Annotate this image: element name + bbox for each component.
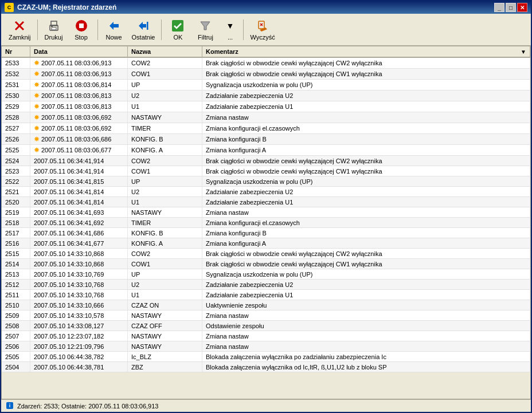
cell-nazwa: UP: [128, 80, 202, 90]
cell-komentarz: Zmiana nastaw: [202, 310, 530, 320]
table-row[interactable]: 25092007.05.10 14:33:10,578NASTAWYZmiana…: [2, 310, 530, 321]
table-row[interactable]: 25162007.05.11 06:34:41,677KONFIG. AZmia…: [2, 238, 530, 249]
table-row[interactable]: 25102007.05.10 14:33:10,666CZAZ ONUaktyw…: [2, 300, 530, 310]
svg-marker-6: [109, 22, 119, 30]
stop-button[interactable]: Stop: [69, 17, 94, 43]
table-row[interactable]: 2531✸2007.05.11 08:03:06,814UPSygnalizac…: [2, 80, 530, 91]
nowe-button[interactable]: Nowe: [101, 17, 127, 43]
table-row[interactable]: 2530✸2007.05.11 08:03:06,813U2Zadziałani…: [2, 91, 530, 101]
table-body[interactable]: 2533✸2007.05.11 08:03:06,913COW2Brak cią…: [2, 58, 530, 399]
table-row[interactable]: 25122007.05.10 14:33:10,768U2Zadziałanie…: [2, 280, 530, 290]
table-row[interactable]: 25192007.05.11 06:34:41,693NASTAWYZmiana…: [2, 207, 530, 218]
cell-data: 2007.05.10 06:44:38,782: [30, 352, 128, 361]
cell-nazwa: U2: [128, 91, 202, 101]
cell-nr: 2510: [2, 300, 30, 310]
cell-komentarz: Sygnalizacja uszkodzenia w polu (UP): [202, 80, 530, 90]
cell-nr: 2521: [2, 187, 30, 196]
cell-komentarz: Zadziałanie zabezpieczenia U1: [202, 197, 530, 207]
close-window-button[interactable]: ✕: [517, 3, 527, 12]
table-row[interactable]: 2526✸2007.05.11 08:03:06,686KONFIG. BZmi…: [2, 134, 530, 145]
cell-komentarz: Zadziałanie zabezpieczenia U2: [202, 91, 530, 101]
cell-data: ✸2007.05.11 08:03:06,813: [30, 91, 128, 101]
filtruj-button[interactable]: Filtruj: [193, 17, 218, 43]
cell-nazwa: TIMER: [128, 218, 202, 227]
table-row[interactable]: 2529✸2007.05.11 08:03:06,813U1Zadziałani…: [2, 101, 530, 112]
table-row[interactable]: 25052007.05.10 06:44:38,782Ic_BLZBlokada…: [2, 352, 530, 362]
cell-data: ✸2007.05.11 08:03:06,692: [30, 123, 128, 133]
sep1: [37, 19, 38, 40]
cell-data: 2007.05.10 14:33:10,768: [30, 280, 128, 289]
table-row[interactable]: 2532✸2007.05.11 08:03:06,913COW1Brak cią…: [2, 69, 530, 80]
svg-marker-10: [201, 22, 210, 30]
cell-nr: 2519: [2, 207, 30, 217]
ok-label: OK: [174, 34, 183, 41]
table-row[interactable]: 25232007.05.11 06:34:41,914COW1Brak ciąg…: [2, 166, 530, 176]
stop-label: Stop: [75, 34, 88, 41]
zamknij-button[interactable]: Zamknij: [6, 17, 34, 43]
table-row[interactable]: 25132007.05.10 14:33:10,769UPSygnalizacj…: [2, 269, 530, 280]
cell-nazwa: COW2: [128, 249, 202, 258]
sep3: [161, 19, 162, 40]
cell-data: 2007.05.10 14:33:10,868: [30, 259, 128, 269]
new-icon: [107, 19, 121, 33]
toolbar: Zamknij Drukuj Stop: [1, 14, 531, 46]
table-row[interactable]: 2533✸2007.05.11 08:03:06,913COW2Brak cią…: [2, 58, 530, 69]
dots-button[interactable]: ▼ ...: [220, 17, 240, 43]
table-row[interactable]: 2527✸2007.05.11 08:03:06,692TIMERZmiana …: [2, 123, 530, 134]
cell-nazwa: COW1: [128, 166, 202, 176]
wyczysc-label: Wyczyść: [250, 34, 275, 41]
cell-nr: 2507: [2, 331, 30, 341]
table-row[interactable]: 25212007.05.11 06:34:41,814U2Zadziałanie…: [2, 187, 530, 197]
cell-data: ✸2007.05.11 08:03:06,692: [30, 112, 128, 123]
cell-nr: 2528: [2, 112, 30, 123]
cell-data: 2007.05.10 06:44:38,781: [30, 362, 128, 372]
cell-data: ✸2007.05.11 08:03:06,677: [30, 145, 128, 155]
cell-nr: 2522: [2, 176, 30, 186]
cell-nr: 2518: [2, 218, 30, 227]
table-row[interactable]: 25152007.05.10 14:33:10,868COW2Brak ciąg…: [2, 249, 530, 259]
cell-data: 2007.05.11 06:34:41,692: [30, 218, 128, 227]
print-icon: [47, 19, 61, 33]
table-row[interactable]: 25182007.05.11 06:34:41,692TIMERZmiana k…: [2, 218, 530, 228]
filter-icon: [198, 19, 212, 33]
cell-komentarz: Blokada załączenia wyłącznika od Ic,ItR,…: [202, 362, 530, 372]
table-row[interactable]: 25242007.05.11 06:34:41,914COW2Brak ciąg…: [2, 156, 530, 166]
cell-nazwa: ZBZ: [128, 362, 202, 372]
cell-nr: 2527: [2, 123, 30, 133]
ok-button[interactable]: OK: [165, 17, 190, 43]
cell-data: 2007.05.11 06:34:41,677: [30, 238, 128, 248]
cell-nazwa: NASTAWY: [128, 207, 202, 217]
sun-icon: ✸: [34, 113, 40, 121]
table-row[interactable]: 25082007.05.10 14:33:08,127CZAZ OFFOdsta…: [2, 321, 530, 331]
wyczysc-button[interactable]: Wyczyść: [247, 17, 277, 43]
table-row[interactable]: 25202007.05.11 06:34:41,814U1Zadziałanie…: [2, 197, 530, 207]
svg-text:i: i: [9, 403, 11, 408]
ostatnie-button[interactable]: Ostatnie: [129, 17, 158, 43]
cell-nazwa: NASTAWY: [128, 341, 202, 351]
restore-button[interactable]: □: [506, 3, 516, 12]
svg-rect-9: [172, 20, 183, 32]
table-row[interactable]: 25042007.05.10 06:44:38,781ZBZBlokada za…: [2, 362, 530, 372]
cell-nr: 2523: [2, 166, 30, 176]
cell-nazwa: COW2: [128, 156, 202, 166]
table-row[interactable]: 2525✸2007.05.11 08:03:06,677KONFIG. AZmi…: [2, 145, 530, 156]
sun-icon: ✸: [34, 124, 40, 132]
cell-nazwa: U1: [128, 290, 202, 300]
table-row[interactable]: 25072007.05.10 12:23:07,182NASTAWYZmiana…: [2, 331, 530, 341]
cell-data: 2007.05.11 06:34:41,693: [30, 207, 128, 217]
cell-nazwa: UP: [128, 269, 202, 279]
cell-data: 2007.05.11 06:34:41,686: [30, 228, 128, 238]
table-row[interactable]: 25222007.05.11 06:34:41,815UPSygnalizacj…: [2, 176, 530, 187]
cell-data: 2007.05.10 12:23:07,182: [30, 331, 128, 341]
table-row[interactable]: 25142007.05.10 14:33:10,868COW1Brak ciąg…: [2, 259, 530, 269]
table-row[interactable]: 25112007.05.10 14:33:10,768U1Zadziałanie…: [2, 290, 530, 300]
table-row[interactable]: 25172007.05.11 06:34:41,686KONFIG. BZmia…: [2, 228, 530, 238]
minimize-button[interactable]: _: [494, 3, 504, 12]
drukuj-button[interactable]: Drukuj: [41, 17, 66, 43]
table-row[interactable]: 2528✸2007.05.11 08:03:06,692NASTAWYZmian…: [2, 112, 530, 123]
cell-nr: 2504: [2, 362, 30, 372]
table-row[interactable]: 25062007.05.10 12:21:09,796NASTAWYZmiana…: [2, 341, 530, 352]
cell-nazwa: KONFIG. A: [128, 145, 202, 155]
cell-nazwa: CZAZ ON: [128, 300, 202, 310]
status-text: Zdarzeń: 2533; Ostatnie: 2007.05.11 08:0…: [17, 403, 158, 410]
